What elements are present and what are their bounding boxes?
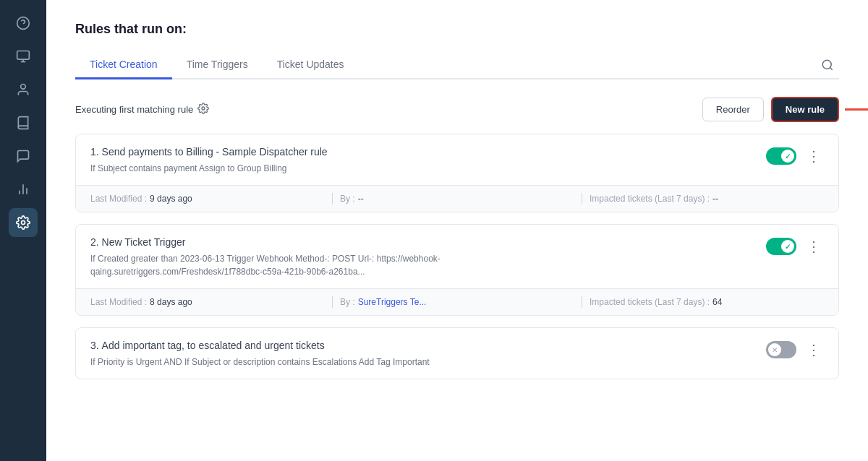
rule-actions-3: ✕ ⋮	[766, 340, 824, 358]
arrow-annotation	[845, 105, 868, 115]
footer-divider-2a	[332, 296, 333, 308]
rule-desc-2: If Created greater than 2023-06-13 Trigg…	[90, 252, 524, 278]
search-button[interactable]	[816, 53, 839, 77]
rule-title-text-1: Send payments to Billing - Sample Dispat…	[102, 146, 328, 158]
rule-toggle-2[interactable]	[766, 238, 796, 255]
rule-toggle-1[interactable]	[766, 147, 796, 165]
reorder-button[interactable]: Reorder	[702, 98, 764, 121]
rule-number-3: 3.	[90, 340, 99, 351]
rule-number-2: 2.	[90, 236, 99, 248]
toggle-knob-2	[781, 240, 794, 253]
chat-icon[interactable]	[9, 142, 38, 171]
rule-body-2: 2. New Ticket Trigger If Created greater…	[76, 225, 838, 288]
tab-ticket-updates[interactable]: Ticket Updates	[263, 51, 359, 79]
footer-impacted-value-2: 64	[712, 297, 722, 307]
svg-rect-2	[17, 51, 30, 60]
rule-card-2: 2. New Ticket Trigger If Created greater…	[75, 224, 839, 316]
toggle-knob-1	[781, 150, 794, 163]
footer-by-value-1: --	[358, 194, 364, 204]
page-title: Rules that run on:	[75, 22, 839, 37]
rule-title-text-2: New Ticket Trigger	[102, 236, 186, 248]
svg-point-9	[22, 221, 25, 225]
footer-impacted-label-2: Impacted tickets (Last 7 days) :	[590, 297, 710, 307]
rule-title-1: 1. Send payments to Billing - Sample Dis…	[90, 146, 766, 158]
toolbar-buttons: Reorder New rule	[702, 97, 839, 122]
footer-impacted-2: Impacted tickets (Last 7 days) : 64	[590, 297, 824, 307]
main-content: Rules that run on: Ticket Creation Time …	[46, 0, 868, 461]
footer-impacted-value-1: --	[712, 194, 718, 204]
rule-desc-3: If Priority is Urgent AND If Subject or …	[90, 356, 524, 369]
footer-by-2: By : SureTriggers Te...	[340, 297, 574, 307]
rule-desc-1: If Subject contains payment Assign to Gr…	[90, 162, 524, 175]
footer-by-label-1: By :	[340, 194, 355, 204]
rule-footer-1: Last Modified : 9 days ago By : -- Impac…	[76, 185, 838, 212]
footer-by-value-2[interactable]: SureTriggers Te...	[358, 297, 427, 307]
footer-modified-label-2: Last Modified :	[90, 297, 147, 307]
footer-modified-2: Last Modified : 8 days ago	[90, 297, 325, 307]
footer-by-label-2: By :	[340, 297, 355, 307]
arrow-line	[845, 108, 868, 111]
contacts-icon[interactable]	[9, 75, 38, 104]
help-icon[interactable]	[9, 9, 38, 38]
rule-toggle-3[interactable]: ✕	[766, 341, 796, 358]
rule-more-1[interactable]: ⋮	[804, 149, 824, 163]
tab-time-triggers[interactable]: Time Triggers	[172, 51, 263, 79]
sidebar	[0, 0, 46, 461]
rule-more-2[interactable]: ⋮	[804, 239, 824, 254]
rule-info-2: 2. New Ticket Trigger If Created greater…	[90, 236, 766, 278]
footer-divider-2b	[582, 296, 582, 308]
toggle-knob-3: ✕	[768, 343, 781, 356]
rule-info-3: 3. Add important tag, to escalated and u…	[90, 340, 766, 369]
rule-title-2: 2. New Ticket Trigger	[90, 236, 766, 248]
new-rule-button[interactable]: New rule	[771, 97, 839, 122]
tabs: Ticket Creation Time Triggers Ticket Upd…	[75, 51, 816, 78]
settings-gear-icon[interactable]	[197, 103, 209, 116]
footer-impacted-1: Impacted tickets (Last 7 days) : --	[590, 194, 824, 204]
svg-point-5	[21, 85, 26, 90]
footer-by-1: By : --	[340, 194, 574, 204]
tab-ticket-creation[interactable]: Ticket Creation	[75, 51, 172, 79]
rule-footer-2: Last Modified : 8 days ago By : SureTrig…	[76, 288, 838, 315]
footer-divider-1a	[332, 193, 333, 204]
svg-line-11	[830, 67, 832, 69]
rule-info-1: 1. Send payments to Billing - Sample Dis…	[90, 146, 766, 175]
footer-modified-1: Last Modified : 9 days ago	[90, 194, 325, 204]
footer-modified-value-2: 8 days ago	[150, 297, 192, 307]
rule-actions-1: ⋮	[766, 146, 824, 165]
rule-title-text-3: Add important tag, to escalated and urge…	[102, 340, 325, 351]
executing-label: Executing first matching rule	[75, 104, 193, 115]
tabs-container: Ticket Creation Time Triggers Ticket Upd…	[75, 51, 839, 79]
rule-actions-2: ⋮	[766, 236, 824, 255]
rule-card-3: 3. Add important tag, to escalated and u…	[75, 327, 839, 379]
rule-more-3[interactable]: ⋮	[804, 342, 824, 357]
rule-number-1: 1.	[90, 146, 99, 158]
executing-text: Executing first matching rule	[75, 103, 209, 116]
footer-modified-value-1: 9 days ago	[150, 194, 192, 204]
book-icon[interactable]	[9, 108, 38, 137]
footer-divider-1b	[582, 193, 582, 204]
svg-point-10	[822, 60, 831, 69]
svg-point-12	[202, 107, 205, 110]
footer-impacted-label-1: Impacted tickets (Last 7 days) :	[590, 194, 710, 204]
footer-modified-label-1: Last Modified :	[90, 194, 147, 204]
rule-body-3: 3. Add important tag, to escalated and u…	[76, 328, 838, 379]
monitor-icon[interactable]	[9, 42, 38, 71]
toolbar: Executing first matching rule Reorder Ne…	[75, 97, 839, 122]
settings-icon[interactable]	[9, 208, 38, 237]
chart-icon[interactable]	[9, 175, 38, 204]
rule-title-3: 3. Add important tag, to escalated and u…	[90, 340, 766, 351]
rule-card-1: 1. Send payments to Billing - Sample Dis…	[75, 134, 839, 212]
rule-body-1: 1. Send payments to Billing - Sample Dis…	[76, 134, 838, 185]
